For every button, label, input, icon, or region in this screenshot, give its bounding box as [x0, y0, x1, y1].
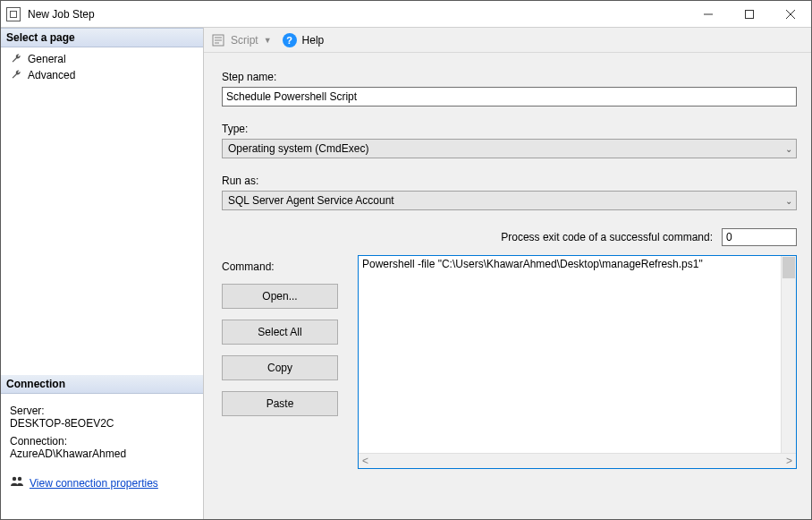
- select-page-header: Select a page: [1, 28, 203, 47]
- scroll-left-icon[interactable]: <: [362, 455, 368, 467]
- command-box: < >: [358, 255, 797, 469]
- copy-button[interactable]: Copy: [222, 355, 338, 380]
- view-connection-link[interactable]: View connection properties: [30, 477, 158, 490]
- runas-dropdown[interactable]: SQL Server Agent Service Account ⌄: [222, 191, 797, 210]
- exitcode-label: Process exit code of a successful comman…: [501, 231, 713, 243]
- command-area: Command: Open... Select All Copy Paste <…: [222, 255, 797, 469]
- wrench-icon: [10, 69, 22, 81]
- svg-point-5: [18, 477, 21, 481]
- runas-label: Run as:: [222, 175, 797, 187]
- nav-advanced[interactable]: Advanced: [1, 67, 203, 83]
- open-button[interactable]: Open...: [222, 284, 338, 309]
- help-icon: ?: [283, 33, 297, 47]
- help-button[interactable]: Help: [302, 34, 325, 47]
- chevron-down-icon: ⌄: [785, 144, 792, 154]
- scroll-right-icon[interactable]: >: [786, 455, 792, 467]
- type-dropdown[interactable]: Operating system (CmdExec) ⌄: [222, 139, 797, 158]
- vertical-scrollbar[interactable]: [781, 256, 796, 453]
- toolbar: Script ▼ ? Help: [204, 28, 811, 53]
- runas-value: SQL Server Agent Service Account: [228, 194, 394, 207]
- select-all-button[interactable]: Select All: [222, 320, 338, 345]
- close-button[interactable]: [770, 1, 811, 28]
- script-icon: [211, 33, 225, 47]
- step-name-input[interactable]: [222, 87, 797, 107]
- exitcode-row: Process exit code of a successful comman…: [222, 228, 797, 246]
- body: Select a page General Advanced Connectio…: [1, 28, 811, 520]
- script-button[interactable]: Script: [231, 34, 258, 47]
- server-label: Server:: [10, 405, 194, 417]
- window-title: New Job Step: [28, 8, 95, 21]
- connection-header: Connection: [1, 375, 203, 394]
- connection-info: Server: DESKTOP-8EOEV2C Connection: Azur…: [1, 394, 203, 469]
- nav-general[interactable]: General: [1, 51, 203, 67]
- sidebar: Select a page General Advanced Connectio…: [1, 28, 203, 520]
- type-label: Type:: [222, 123, 797, 135]
- people-icon: [10, 474, 24, 491]
- chevron-down-icon: ⌄: [785, 196, 792, 206]
- svg-point-4: [13, 477, 16, 481]
- command-textarea[interactable]: [359, 256, 796, 465]
- step-name-label: Step name:: [222, 71, 797, 83]
- titlebar: New Job Step: [1, 1, 811, 28]
- exitcode-input[interactable]: [722, 228, 797, 246]
- window-buttons: [688, 1, 811, 28]
- connection-label: Connection:: [10, 435, 194, 448]
- connection-value: AzureAD\KhawarAhmed: [10, 448, 194, 460]
- command-left: Command: Open... Select All Copy Paste: [222, 255, 343, 469]
- nav-item-label: General: [28, 53, 66, 65]
- nav-item-label: Advanced: [28, 69, 75, 81]
- paste-button[interactable]: Paste: [222, 391, 338, 416]
- wrench-icon: [10, 53, 22, 65]
- server-value: DESKTOP-8EOEV2C: [10, 417, 194, 430]
- form: Step name: Type: Operating system (CmdEx…: [204, 53, 811, 520]
- script-dropdown-icon[interactable]: ▼: [264, 36, 272, 45]
- type-value: Operating system (CmdExec): [228, 142, 368, 155]
- horizontal-scrollbar[interactable]: < >: [359, 453, 796, 468]
- view-connection-row: View connection properties: [1, 469, 203, 497]
- svg-rect-1: [746, 10, 754, 18]
- command-label: Command:: [222, 260, 343, 273]
- minimize-button[interactable]: [688, 1, 729, 28]
- page-nav: General Advanced: [1, 47, 203, 83]
- main-panel: Script ▼ ? Help Step name: Type: Operati…: [203, 28, 811, 520]
- app-icon: [6, 7, 21, 21]
- maximize-button[interactable]: [729, 1, 770, 28]
